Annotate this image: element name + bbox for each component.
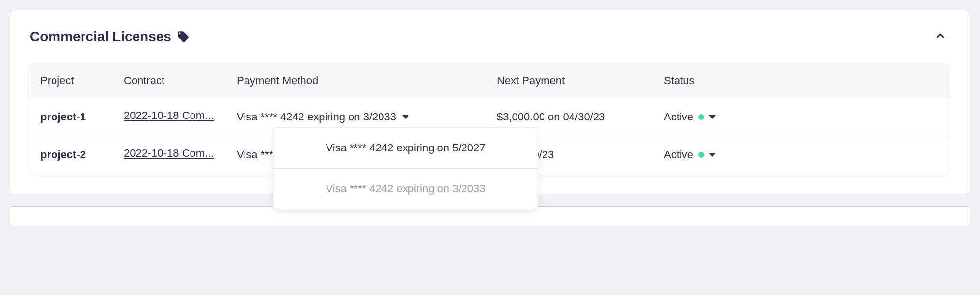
contract-cell: 2022-10-18 Com... [114, 98, 227, 136]
table-header-row: Project Contract Payment Method Next Pay… [30, 63, 950, 98]
contract-link[interactable]: 2022-10-18 Com... [124, 109, 214, 122]
contract-link[interactable]: 2022-10-18 Com... [124, 147, 214, 160]
payment-method-dropdown[interactable]: Visa **** 4242 expiring on 3/2033 [237, 111, 409, 123]
payment-option[interactable]: Visa **** 4242 expiring on 3/2033 [273, 169, 538, 209]
col-header-status: Status [654, 63, 950, 98]
payment-method-dropdown[interactable]: Visa **** [237, 148, 277, 161]
project-cell: project-2 [30, 136, 114, 174]
tag-icon [176, 30, 190, 44]
status-dot-icon [698, 152, 704, 158]
licenses-table-wrap: Project Contract Payment Method Next Pay… [30, 63, 950, 174]
col-header-contract: Contract [114, 63, 227, 98]
payment-method-text: Visa **** 4242 expiring on 3/2033 [237, 111, 396, 123]
panel-title-text: Commercial Licenses [30, 29, 171, 45]
licenses-panel: Commercial Licenses Project Contract Pay… [10, 10, 970, 194]
status-text: Active [664, 111, 693, 123]
caret-down-icon [402, 115, 409, 119]
status-cell-wrap: Active [654, 136, 950, 174]
col-header-payment: Payment Method [227, 63, 487, 98]
panel-title: Commercial Licenses [30, 29, 190, 45]
chevron-up-icon [934, 30, 946, 43]
status-cell-wrap: Active [654, 98, 950, 136]
payment-method-menu: Visa **** 4242 expiring on 5/2027 Visa *… [273, 127, 538, 209]
status-text: Active [664, 148, 693, 161]
status-dropdown[interactable]: Active [664, 148, 716, 161]
caret-down-icon [709, 115, 716, 119]
contract-cell: 2022-10-18 Com... [114, 136, 227, 174]
payment-method-text: Visa **** [237, 148, 277, 161]
collapse-button[interactable] [930, 26, 950, 47]
col-header-next: Next Payment [487, 63, 654, 98]
status-dropdown[interactable]: Active [664, 111, 716, 123]
col-header-project: Project [30, 63, 114, 98]
payment-option[interactable]: Visa **** 4242 expiring on 5/2027 [273, 128, 538, 169]
status-dot-icon [698, 114, 704, 120]
caret-down-icon [709, 153, 716, 157]
panel-header: Commercial Licenses [30, 26, 950, 47]
project-cell: project-1 [30, 98, 114, 136]
